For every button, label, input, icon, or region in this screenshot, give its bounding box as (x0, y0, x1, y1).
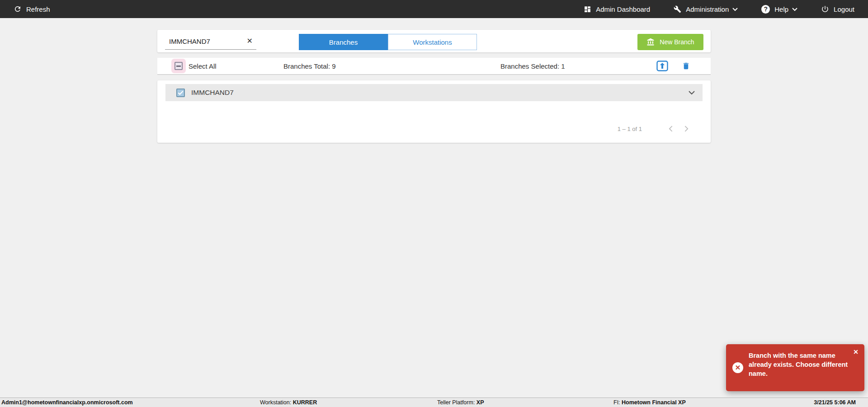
new-branch-button[interactable]: New Branch (637, 34, 703, 50)
fi-label: FI: (613, 399, 620, 406)
trash-icon (682, 65, 690, 73)
branch-checkbox-checked[interactable] (176, 89, 185, 97)
pagination-range: 1 – 1 of 1 (618, 126, 642, 132)
teller-platform-value: XP (476, 399, 484, 406)
toast-message: Branch with the same name already exists… (749, 351, 851, 378)
help-label: Help (774, 5, 788, 13)
branch-name: IMMCHAND7 (191, 89, 234, 97)
search-input[interactable] (165, 37, 245, 45)
delete-button[interactable] (682, 61, 690, 71)
error-circle-x-icon: ✕ (732, 362, 743, 373)
export-button[interactable] (656, 61, 668, 71)
dashboard-icon (584, 5, 591, 13)
new-branch-label: New Branch (660, 38, 694, 46)
chevron-down-icon (792, 8, 797, 11)
chevron-down-icon (732, 8, 738, 11)
administration-menu[interactable]: Administration (674, 5, 738, 13)
top-navigation-bar: Refresh Admin Dashboard Administration ?… (0, 0, 868, 18)
logged-in-user: Admin1@hometownfinancialxp.onmicrosoft.c… (1, 399, 133, 406)
admin-dashboard-button[interactable]: Admin Dashboard (584, 5, 650, 13)
refresh-button[interactable]: Refresh (0, 5, 50, 13)
next-page-button[interactable] (679, 123, 694, 134)
error-toast: ✕ Branch with the same name already exis… (726, 344, 864, 391)
previous-page-button[interactable] (663, 123, 679, 134)
select-all-control[interactable]: Select All (175, 62, 217, 70)
workstation-label: Workstation: (260, 399, 291, 406)
datetime: 3/21/25 5:06 AM (814, 399, 856, 406)
logout-label: Logout (834, 5, 854, 13)
teller-platform-info: Teller Platform: XP (437, 399, 484, 406)
refresh-label: Refresh (26, 5, 50, 13)
status-bar: Admin1@hometownfinancialxp.onmicrosoft.c… (0, 398, 868, 407)
tab-branches[interactable]: Branches (299, 34, 388, 50)
workstation-info: Workstation: KURRER (260, 399, 317, 406)
branches-total-label: Branches Total: (283, 62, 330, 70)
search-field: ✕ (165, 33, 256, 50)
branches-list-card: IMMCHAND7 1 – 1 of 1 (157, 80, 711, 143)
admin-dashboard-label: Admin Dashboard (596, 5, 650, 13)
power-icon (821, 5, 829, 13)
select-all-label: Select All (189, 62, 217, 70)
pagination: 1 – 1 of 1 (618, 123, 694, 135)
workstation-value: KURRER (293, 399, 317, 406)
branch-search-panel: ✕ Branches Workstations New Branch (157, 30, 711, 52)
branches-total: Branches Total: 9 (283, 62, 336, 70)
branch-list-item[interactable]: IMMCHAND7 (165, 84, 703, 101)
branches-selected-value: 1 (561, 62, 565, 70)
wrench-icon (674, 5, 681, 13)
logout-button[interactable]: Logout (821, 5, 854, 13)
financial-institution-info: FI: Hometown Financial XP (613, 399, 686, 406)
branches-selected-label: Branches Selected: (500, 62, 559, 70)
clear-search-icon[interactable]: ✕ (245, 37, 256, 46)
bank-icon (646, 38, 655, 46)
administration-label: Administration (686, 5, 729, 13)
upload-icon (656, 65, 668, 73)
help-menu[interactable]: ? Help (761, 5, 797, 14)
help-icon: ? (761, 5, 770, 14)
topbar-right-group: Admin Dashboard Administration ? Help Lo… (584, 5, 868, 14)
expand-chevron-down-icon[interactable] (688, 90, 695, 95)
fi-value: Hometown Financial XP (622, 399, 686, 406)
toast-close-icon[interactable]: ✕ (853, 348, 859, 356)
branches-selected: Branches Selected: 1 (500, 62, 565, 70)
view-tabs: Branches Workstations (299, 34, 477, 50)
list-toolbar: Select All Branches Total: 9 Branches Se… (157, 58, 711, 75)
branches-total-value: 9 (332, 62, 335, 70)
teller-platform-label: Teller Platform: (437, 399, 475, 406)
refresh-icon (14, 5, 22, 13)
select-all-checkbox[interactable] (175, 62, 183, 70)
tab-workstations[interactable]: Workstations (388, 34, 477, 50)
